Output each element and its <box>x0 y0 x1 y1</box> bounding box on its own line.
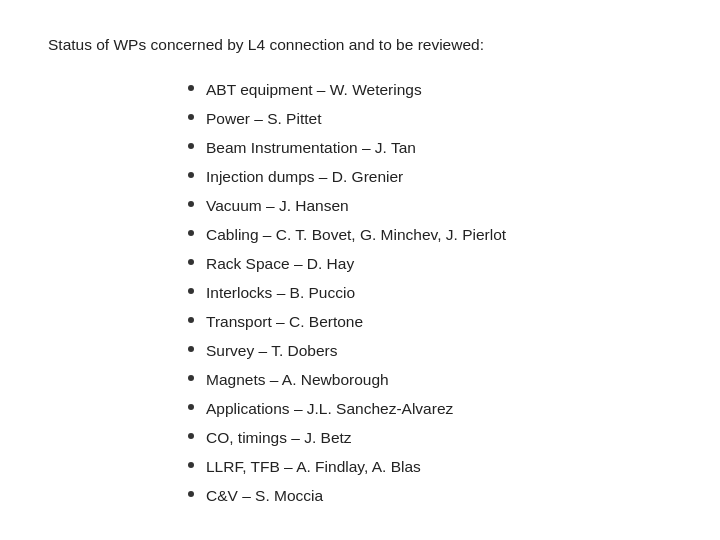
list-item: Power – S. Pittet <box>188 107 672 131</box>
list-item: Vacuum – J. Hansen <box>188 194 672 218</box>
list-item: Beam Instrumentation – J. Tan <box>188 136 672 160</box>
list-item: Applications – J.L. Sanchez-Alvarez <box>188 397 672 421</box>
list-item: Cabling – C. T. Bovet, G. Minchev, J. Pi… <box>188 223 672 247</box>
list-item-text: Applications – J.L. Sanchez-Alvarez <box>206 397 453 421</box>
list-item: Rack Space – D. Hay <box>188 252 672 276</box>
bullet-dot-icon <box>188 230 194 236</box>
bullet-dot-icon <box>188 404 194 410</box>
list-item: C&V – S. Moccia <box>188 484 672 508</box>
bullet-dot-icon <box>188 143 194 149</box>
bullet-dot-icon <box>188 259 194 265</box>
bullet-dot-icon <box>188 172 194 178</box>
list-item-text: Cabling – C. T. Bovet, G. Minchev, J. Pi… <box>206 223 506 247</box>
list-item-text: Injection dumps – D. Grenier <box>206 165 403 189</box>
list-item-text: Interlocks – B. Puccio <box>206 281 355 305</box>
page-container: Status of WPs concerned by L4 connection… <box>0 0 720 537</box>
list-item: Injection dumps – D. Grenier <box>188 165 672 189</box>
bullet-dot-icon <box>188 346 194 352</box>
header-text: Status of WPs concerned by L4 connection… <box>48 36 672 54</box>
bullet-dot-icon <box>188 288 194 294</box>
list-item-text: Vacuum – J. Hansen <box>206 194 349 218</box>
list-item: ABT equipment – W. Weterings <box>188 78 672 102</box>
list-item: LLRF, TFB – A. Findlay, A. Blas <box>188 455 672 479</box>
bullet-dot-icon <box>188 491 194 497</box>
list-item-text: Power – S. Pittet <box>206 107 321 131</box>
list-item-text: Transport – C. Bertone <box>206 310 363 334</box>
list-item-text: ABT equipment – W. Weterings <box>206 78 422 102</box>
bullet-dot-icon <box>188 433 194 439</box>
list-item-text: Survey – T. Dobers <box>206 339 338 363</box>
bullet-dot-icon <box>188 317 194 323</box>
list-item-text: Rack Space – D. Hay <box>206 252 354 276</box>
bullet-dot-icon <box>188 114 194 120</box>
list-item: Survey – T. Dobers <box>188 339 672 363</box>
list-item-text: CO, timings – J. Betz <box>206 426 352 450</box>
bullet-list: ABT equipment – W. WeteringsPower – S. P… <box>188 78 672 508</box>
list-item: Magnets – A. Newborough <box>188 368 672 392</box>
bullet-dot-icon <box>188 201 194 207</box>
bullet-dot-icon <box>188 462 194 468</box>
bullet-dot-icon <box>188 85 194 91</box>
list-item-text: Magnets – A. Newborough <box>206 368 389 392</box>
list-item-text: LLRF, TFB – A. Findlay, A. Blas <box>206 455 421 479</box>
bullet-dot-icon <box>188 375 194 381</box>
list-item: Transport – C. Bertone <box>188 310 672 334</box>
list-item-text: C&V – S. Moccia <box>206 484 323 508</box>
list-item: CO, timings – J. Betz <box>188 426 672 450</box>
list-item-text: Beam Instrumentation – J. Tan <box>206 136 416 160</box>
list-item: Interlocks – B. Puccio <box>188 281 672 305</box>
